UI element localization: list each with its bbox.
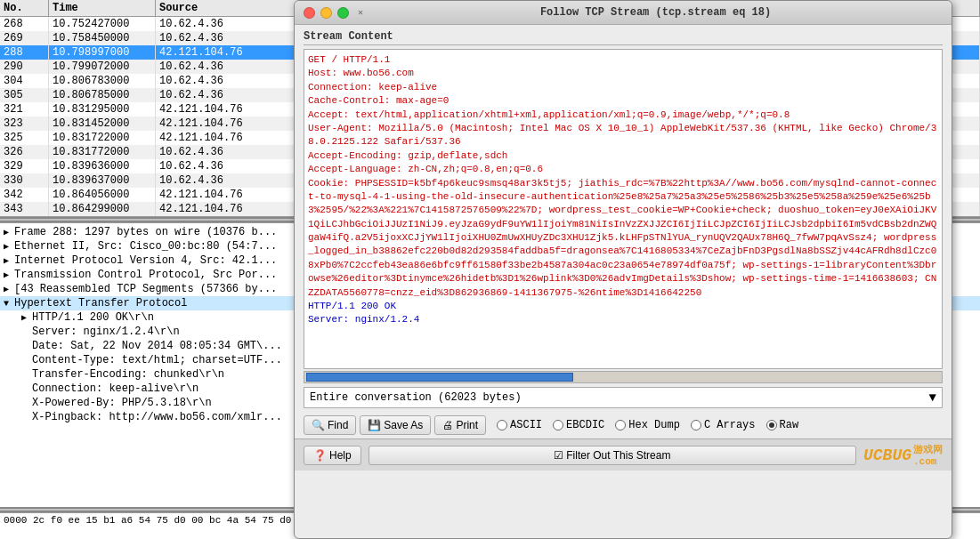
ucbug-domain: .com — [913, 456, 943, 467]
bottom-row: ❓ Help ☑ Filter Out This Stream UCBUG 游戏… — [295, 438, 952, 471]
cell-time: 10.798997000 — [49, 45, 156, 60]
tree-arrow-icon: ▶ — [4, 228, 14, 237]
radio-option-c-arrays[interactable]: C Arrays — [691, 419, 756, 431]
cell-time: 10.864056000 — [49, 188, 156, 202]
filter-button[interactable]: ☑ Filter Out This Stream — [369, 446, 856, 465]
radio-label: EBCDIC — [566, 419, 604, 431]
cell-time: 10.831452000 — [49, 117, 156, 131]
cell-no: 288 — [0, 45, 49, 60]
cell-no: 343 — [0, 202, 49, 216]
filter-icon: ☑ — [554, 449, 563, 462]
radio-option-ascii[interactable]: ASCII — [497, 419, 542, 431]
tcp-stream-popup: ✕ Follow TCP Stream (tcp.stream eq 18) S… — [294, 0, 952, 539]
cell-time: 10.831772000 — [49, 145, 156, 159]
conversation-row: Entire conversation (62023 bytes) ▼ — [304, 387, 943, 408]
radio-label: C Arrays — [704, 419, 756, 431]
maximize-button[interactable] — [337, 7, 349, 19]
cell-no: 342 — [0, 188, 49, 202]
tree-arrow-icon: ▶ — [4, 242, 14, 252]
radio-circle — [691, 420, 701, 430]
radio-option-raw[interactable]: Raw — [766, 419, 799, 431]
detail-text: X-Powered-By: PHP/5.3.18\r\n — [32, 397, 212, 409]
detail-text: Ethernet II, Src: Cisco_00:bc:80 (54:7..… — [14, 240, 277, 253]
detail-text: Transmission Control Protocol, Src Por..… — [14, 269, 277, 281]
stream-label: Stream Content — [304, 30, 943, 45]
radio-circle — [553, 420, 563, 430]
popup-overlay: ✕ Follow TCP Stream (tcp.stream eq 18) S… — [294, 0, 979, 539]
stream-request: GET / HTTP/1.1 Host: www.bo56.com Connec… — [308, 53, 938, 327]
dropdown-arrow-icon: ▼ — [929, 390, 936, 405]
detail-text: X-Pingback: http://www.bo56.com/xmlr... — [32, 411, 282, 423]
help-icon: ❓ — [313, 449, 327, 462]
header-no: No. — [0, 0, 49, 16]
conversation-select[interactable]: Entire conversation (62023 bytes) ▼ — [304, 387, 943, 408]
find-label: Find — [328, 419, 348, 431]
radio-option-hex-dump[interactable]: Hex Dump — [615, 419, 680, 431]
horizontal-scrollbar[interactable] — [304, 371, 943, 383]
cell-time: 10.839636000 — [49, 159, 156, 173]
stream-content-box[interactable]: GET / HTTP/1.1 Host: www.bo56.com Connec… — [304, 49, 943, 369]
cell-no: 323 — [0, 117, 49, 131]
cell-no: 326 — [0, 145, 49, 159]
cell-no: 330 — [0, 173, 49, 188]
radio-label: ASCII — [510, 419, 542, 431]
cell-no: 268 — [0, 17, 49, 31]
radio-circle — [615, 420, 626, 430]
close-button[interactable] — [304, 7, 315, 19]
detail-text: [43 Reassembled TCP Segments (57366 by..… — [14, 283, 277, 295]
cell-no: 321 — [0, 102, 49, 117]
detail-text: Content-Type: text/html; charset=UTF... — [32, 354, 282, 366]
cell-time: 10.752427000 — [49, 17, 156, 31]
cell-no: 325 — [0, 131, 49, 145]
cell-time: 10.831295000 — [49, 102, 156, 117]
header-time: Time — [49, 0, 156, 16]
cell-time: 10.806785000 — [49, 88, 156, 102]
tree-arrow-icon: ▼ — [4, 299, 14, 309]
detail-text: Connection: keep-alive\r\n — [32, 382, 198, 395]
tree-arrow-icon: ▶ — [4, 285, 14, 294]
detail-text: Date: Sat, 22 Nov 2014 08:05:34 GMT\... — [32, 340, 282, 352]
cell-time: 10.864299000 — [49, 202, 156, 216]
cell-time: 10.806783000 — [49, 74, 156, 88]
hex-content: 0000 2c f0 ee 15 b1 a6 54 75 d0 00 bc 4a… — [4, 515, 327, 526]
print-button[interactable]: 🖨 Print — [434, 415, 486, 435]
tree-arrow-icon: ▶ — [4, 270, 14, 280]
filter-label: Filter Out This Stream — [566, 449, 670, 462]
print-label: Print — [456, 419, 478, 431]
cell-no: 305 — [0, 88, 49, 102]
save-icon: 💾 — [368, 419, 381, 431]
print-icon: 🖨 — [442, 419, 453, 431]
h-scroll-thumb[interactable] — [306, 373, 573, 382]
radio-label: Raw — [780, 419, 799, 431]
ucbug-logo: UCBUG 游戏网 .com — [863, 443, 943, 467]
action-row: 🔍 Find 💾 Save As 🖨 Print ASCII EBCDIC He… — [295, 412, 952, 438]
window-buttons — [304, 7, 349, 19]
find-button[interactable]: 🔍 Find — [304, 415, 356, 435]
popup-title: Follow TCP Stream (tcp.stream eq 18) — [369, 6, 943, 19]
detail-text: HTTP/1.1 200 OK\r\n — [32, 311, 154, 324]
cell-time: 10.831722000 — [49, 131, 156, 145]
save-as-button[interactable]: 💾 Save As — [360, 415, 431, 435]
cell-no: 304 — [0, 74, 49, 88]
cell-time: 10.839637000 — [49, 173, 156, 188]
cell-no: 329 — [0, 159, 49, 173]
conversation-label: Entire conversation (62023 bytes) — [310, 391, 522, 404]
radio-option-ebcdic[interactable]: EBCDIC — [553, 419, 604, 431]
radio-label: Hex Dump — [628, 419, 680, 431]
cell-no: 290 — [0, 60, 49, 74]
ucbug-subtitle: 游戏网 — [913, 443, 943, 456]
radio-circle — [766, 420, 777, 430]
tree-arrow-icon: ▶ — [21, 313, 32, 323]
cell-no: 269 — [0, 31, 49, 45]
radio-circle — [497, 420, 507, 430]
help-button[interactable]: ❓ Help — [304, 446, 361, 465]
ucbug-text: UCBUG — [863, 446, 911, 464]
popup-titlebar: ✕ Follow TCP Stream (tcp.stream eq 18) — [295, 1, 952, 25]
minimize-button[interactable] — [320, 7, 332, 19]
cell-time: 10.758450000 — [49, 31, 156, 45]
find-icon: 🔍 — [312, 419, 325, 431]
close-x-icon: ✕ — [358, 7, 363, 18]
tree-arrow-icon: ▶ — [4, 256, 14, 266]
stream-section: Stream Content GET / HTTP/1.1 Host: www.… — [295, 25, 952, 371]
help-label: Help — [329, 449, 352, 462]
